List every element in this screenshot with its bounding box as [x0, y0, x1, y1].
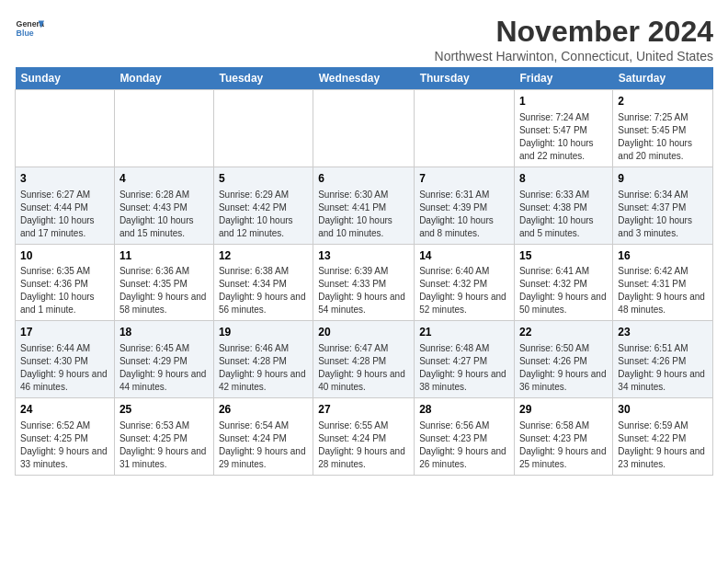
- day-number: 2: [618, 94, 708, 109]
- day-number: 18: [119, 325, 209, 340]
- calendar-cell: 17Sunrise: 6:44 AM Sunset: 4:30 PM Dayli…: [16, 321, 115, 398]
- calendar-cell: 4Sunrise: 6:28 AM Sunset: 4:43 PM Daylig…: [114, 167, 213, 244]
- day-info: Sunrise: 6:51 AM Sunset: 4:26 PM Dayligh…: [618, 342, 708, 394]
- location-subtitle: Northwest Harwinton, Connecticut, United…: [435, 49, 713, 63]
- day-info: Sunrise: 6:39 AM Sunset: 4:33 PM Dayligh…: [318, 265, 409, 316]
- day-number: 3: [20, 171, 109, 187]
- day-number: 11: [119, 248, 209, 264]
- day-number: 7: [419, 171, 509, 187]
- day-number: 13: [318, 248, 409, 264]
- day-header-tuesday: Tuesday: [213, 67, 313, 90]
- day-info: Sunrise: 6:44 AM Sunset: 4:30 PM Dayligh…: [20, 342, 109, 394]
- day-info: Sunrise: 6:28 AM Sunset: 4:43 PM Dayligh…: [119, 189, 209, 240]
- day-number: 1: [519, 94, 608, 109]
- day-info: Sunrise: 7:25 AM Sunset: 5:45 PM Dayligh…: [618, 111, 708, 163]
- day-header-thursday: Thursday: [415, 67, 515, 90]
- calendar-cell: 13Sunrise: 6:39 AM Sunset: 4:33 PM Dayli…: [313, 244, 415, 321]
- day-info: Sunrise: 6:31 AM Sunset: 4:39 PM Dayligh…: [419, 189, 509, 240]
- calendar-cell: 20Sunrise: 6:47 AM Sunset: 4:28 PM Dayli…: [313, 321, 415, 398]
- day-info: Sunrise: 6:55 AM Sunset: 4:24 PM Dayligh…: [318, 419, 409, 471]
- day-number: 10: [20, 248, 109, 264]
- day-number: 15: [519, 248, 608, 264]
- calendar-cell: 24Sunrise: 6:52 AM Sunset: 4:25 PM Dayli…: [16, 398, 115, 476]
- calendar-cell: [415, 90, 515, 167]
- calendar-cell: 2Sunrise: 7:25 AM Sunset: 5:45 PM Daylig…: [613, 90, 713, 167]
- day-info: Sunrise: 6:36 AM Sunset: 4:35 PM Dayligh…: [119, 265, 209, 316]
- day-number: 26: [219, 402, 308, 418]
- day-info: Sunrise: 7:24 AM Sunset: 5:47 PM Dayligh…: [519, 111, 608, 163]
- day-info: Sunrise: 6:46 AM Sunset: 4:28 PM Dayligh…: [219, 342, 308, 394]
- day-info: Sunrise: 6:27 AM Sunset: 4:44 PM Dayligh…: [20, 189, 109, 240]
- calendar-cell: 27Sunrise: 6:55 AM Sunset: 4:24 PM Dayli…: [313, 398, 415, 476]
- day-info: Sunrise: 6:56 AM Sunset: 4:23 PM Dayligh…: [419, 419, 509, 471]
- calendar-cell: 30Sunrise: 6:59 AM Sunset: 4:22 PM Dayli…: [613, 398, 713, 476]
- day-number: 9: [618, 171, 708, 187]
- calendar-cell: 12Sunrise: 6:38 AM Sunset: 4:34 PM Dayli…: [213, 244, 313, 321]
- calendar-cell: 25Sunrise: 6:53 AM Sunset: 4:25 PM Dayli…: [114, 398, 213, 476]
- day-info: Sunrise: 6:54 AM Sunset: 4:24 PM Dayligh…: [219, 419, 308, 471]
- calendar-cell: 6Sunrise: 6:30 AM Sunset: 4:41 PM Daylig…: [313, 167, 415, 244]
- day-number: 21: [419, 325, 509, 340]
- day-number: 20: [318, 325, 409, 340]
- day-number: 24: [20, 402, 109, 418]
- day-info: Sunrise: 6:38 AM Sunset: 4:34 PM Dayligh…: [219, 265, 308, 316]
- day-info: Sunrise: 6:45 AM Sunset: 4:29 PM Dayligh…: [119, 342, 209, 394]
- day-number: 19: [219, 325, 308, 340]
- day-info: Sunrise: 6:59 AM Sunset: 4:22 PM Dayligh…: [618, 419, 708, 471]
- calendar-cell: 14Sunrise: 6:40 AM Sunset: 4:32 PM Dayli…: [415, 244, 515, 321]
- day-info: Sunrise: 6:41 AM Sunset: 4:32 PM Dayligh…: [519, 265, 608, 316]
- day-info: Sunrise: 6:29 AM Sunset: 4:42 PM Dayligh…: [219, 189, 308, 240]
- day-number: 16: [618, 248, 708, 264]
- calendar-cell: [16, 90, 115, 167]
- calendar-cell: 1Sunrise: 7:24 AM Sunset: 5:47 PM Daylig…: [514, 90, 612, 167]
- day-info: Sunrise: 6:58 AM Sunset: 4:23 PM Dayligh…: [519, 419, 608, 471]
- calendar-cell: 18Sunrise: 6:45 AM Sunset: 4:29 PM Dayli…: [114, 321, 213, 398]
- day-number: 29: [519, 402, 608, 418]
- calendar-cell: 21Sunrise: 6:48 AM Sunset: 4:27 PM Dayli…: [415, 321, 515, 398]
- svg-text:Blue: Blue: [17, 29, 34, 38]
- day-info: Sunrise: 6:52 AM Sunset: 4:25 PM Dayligh…: [20, 419, 109, 471]
- day-header-monday: Monday: [114, 67, 213, 90]
- day-number: 14: [419, 248, 509, 264]
- calendar-cell: 9Sunrise: 6:34 AM Sunset: 4:37 PM Daylig…: [613, 167, 713, 244]
- day-number: 17: [20, 325, 109, 340]
- calendar-cell: 16Sunrise: 6:42 AM Sunset: 4:31 PM Dayli…: [613, 244, 713, 321]
- calendar-cell: 29Sunrise: 6:58 AM Sunset: 4:23 PM Dayli…: [514, 398, 612, 476]
- day-info: Sunrise: 6:50 AM Sunset: 4:26 PM Dayligh…: [519, 342, 608, 394]
- calendar-cell: 19Sunrise: 6:46 AM Sunset: 4:28 PM Dayli…: [213, 321, 313, 398]
- month-title: November 2024: [435, 15, 713, 49]
- logo: General Blue: [15, 15, 44, 44]
- calendar-cell: [213, 90, 313, 167]
- day-info: Sunrise: 6:40 AM Sunset: 4:32 PM Dayligh…: [419, 265, 509, 316]
- calendar-cell: [313, 90, 415, 167]
- day-number: 12: [219, 248, 308, 264]
- calendar-cell: 3Sunrise: 6:27 AM Sunset: 4:44 PM Daylig…: [16, 167, 115, 244]
- calendar-cell: 23Sunrise: 6:51 AM Sunset: 4:26 PM Dayli…: [613, 321, 713, 398]
- day-header-sunday: Sunday: [16, 67, 115, 90]
- calendar-cell: 7Sunrise: 6:31 AM Sunset: 4:39 PM Daylig…: [415, 167, 515, 244]
- day-info: Sunrise: 6:48 AM Sunset: 4:27 PM Dayligh…: [419, 342, 509, 394]
- day-header-saturday: Saturday: [613, 67, 713, 90]
- day-header-friday: Friday: [514, 67, 612, 90]
- day-number: 28: [419, 402, 509, 418]
- day-number: 25: [119, 402, 209, 418]
- calendar-cell: 8Sunrise: 6:33 AM Sunset: 4:38 PM Daylig…: [514, 167, 612, 244]
- day-number: 8: [519, 171, 608, 187]
- day-number: 27: [318, 402, 409, 418]
- day-info: Sunrise: 6:33 AM Sunset: 4:38 PM Dayligh…: [519, 189, 608, 240]
- calendar-cell: 10Sunrise: 6:35 AM Sunset: 4:36 PM Dayli…: [16, 244, 115, 321]
- calendar-cell: [114, 90, 213, 167]
- day-number: 30: [618, 402, 708, 418]
- day-info: Sunrise: 6:35 AM Sunset: 4:36 PM Dayligh…: [20, 265, 109, 316]
- day-header-wednesday: Wednesday: [313, 67, 415, 90]
- day-info: Sunrise: 6:30 AM Sunset: 4:41 PM Dayligh…: [318, 189, 409, 240]
- calendar-cell: 28Sunrise: 6:56 AM Sunset: 4:23 PM Dayli…: [415, 398, 515, 476]
- day-number: 6: [318, 171, 409, 187]
- calendar-cell: 22Sunrise: 6:50 AM Sunset: 4:26 PM Dayli…: [514, 321, 612, 398]
- title-area: November 2024 Northwest Harwinton, Conne…: [435, 15, 713, 63]
- day-number: 5: [219, 171, 308, 187]
- calendar-cell: 11Sunrise: 6:36 AM Sunset: 4:35 PM Dayli…: [114, 244, 213, 321]
- calendar-cell: 26Sunrise: 6:54 AM Sunset: 4:24 PM Dayli…: [213, 398, 313, 476]
- day-number: 22: [519, 325, 608, 340]
- day-info: Sunrise: 6:53 AM Sunset: 4:25 PM Dayligh…: [119, 419, 209, 471]
